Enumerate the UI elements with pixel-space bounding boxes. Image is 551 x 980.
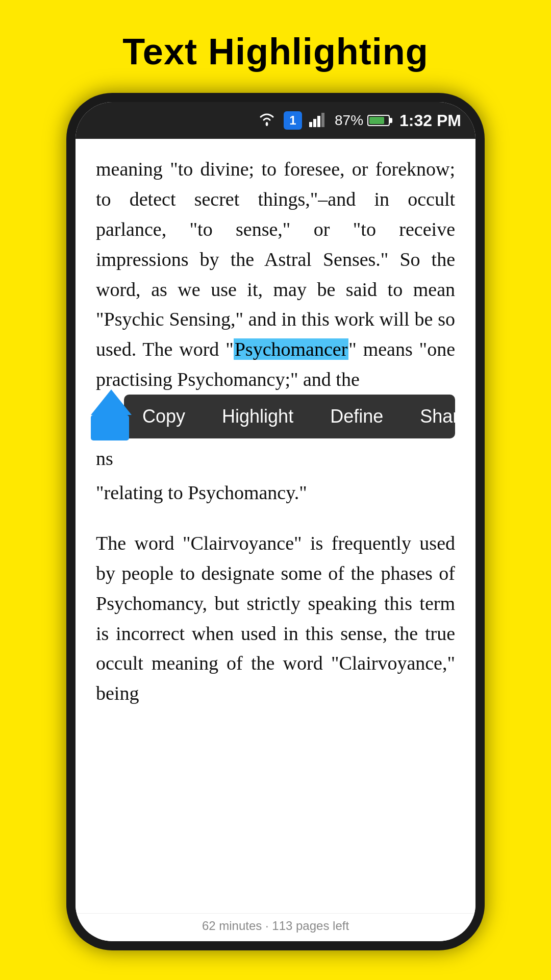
paragraph-1-end-text: "relating to Psychomancy." <box>96 478 455 508</box>
battery-percent: 87% <box>335 112 363 129</box>
svg-rect-6 <box>91 415 129 440</box>
paragraph-1-text: meaning "to divine; to foresee, or forek… <box>96 158 455 360</box>
battery-indicator: 87% <box>335 112 392 129</box>
reading-content[interactable]: meaning "to divine; to foresee, or forek… <box>76 139 475 913</box>
svg-marker-5 <box>91 389 132 415</box>
svg-rect-1 <box>309 122 312 127</box>
phone-frame: 1 87% <box>66 93 485 950</box>
reading-progress: 62 minutes · 113 pages left <box>76 913 475 941</box>
define-button[interactable]: Define <box>312 395 402 438</box>
selection-area: Copy Highlight Define Share <box>96 395 455 438</box>
status-bar: 1 87% <box>76 102 475 139</box>
context-menu: Copy Highlight Define Share <box>124 395 455 438</box>
svg-rect-3 <box>317 116 320 127</box>
partial-text: ns <box>96 448 113 469</box>
wifi-icon <box>257 111 277 130</box>
status-time: 1:32 PM <box>399 111 461 130</box>
svg-point-0 <box>266 123 268 126</box>
book-text-partial: ns <box>96 444 455 474</box>
page-title: Text Highlighting <box>0 0 551 93</box>
svg-rect-2 <box>313 119 316 127</box>
highlight-button[interactable]: Highlight <box>204 395 312 438</box>
svg-rect-4 <box>321 113 324 127</box>
notification-badge: 1 <box>284 111 302 130</box>
paragraph-spacer <box>96 508 455 528</box>
phone-screen: 1 87% <box>76 102 475 941</box>
status-icons: 1 87% <box>257 111 461 130</box>
signal-icon <box>309 112 328 129</box>
paragraph-2-text: The word "Clairvoyance" is frequently us… <box>96 528 455 708</box>
battery-icon <box>367 115 392 126</box>
copy-button[interactable]: Copy <box>124 395 204 438</box>
share-button[interactable]: Share <box>402 395 455 438</box>
book-text: meaning "to divine; to foresee, or forek… <box>96 154 455 395</box>
phone-wrapper: 1 87% <box>0 93 551 950</box>
highlighted-word: Psychomancer <box>234 338 349 360</box>
left-selection-handle <box>91 389 132 443</box>
